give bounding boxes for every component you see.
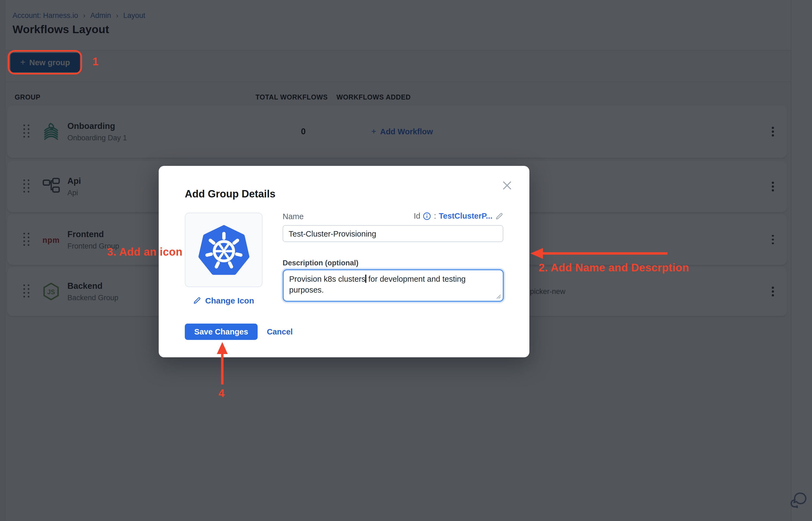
description-textarea[interactable]: Provision k8s clusters for development a… <box>283 269 504 302</box>
id-separator: : <box>434 211 436 220</box>
info-icon[interactable] <box>423 212 431 220</box>
name-field-label: Name <box>283 212 304 221</box>
cancel-button[interactable]: Cancel <box>267 323 293 340</box>
annotation-step3: 3. Add an icon <box>107 246 183 258</box>
annotation-step1: 1 <box>92 55 99 68</box>
resize-handle-icon[interactable] <box>496 294 501 299</box>
name-input[interactable] <box>283 225 503 242</box>
annotation-step4: 4 <box>218 387 225 400</box>
close-icon[interactable] <box>501 179 513 191</box>
id-value-link[interactable]: TestClusterP... <box>439 211 493 220</box>
pencil-icon <box>193 296 201 304</box>
modal-title: Add Group Details <box>185 188 276 200</box>
id-label: Id <box>414 211 421 220</box>
edit-id-pencil-icon[interactable] <box>495 212 503 220</box>
kubernetes-icon <box>198 224 249 275</box>
annotation-highlight-new-group <box>8 50 82 74</box>
add-group-details-modal: Add Group Details <box>159 166 529 357</box>
description-field-label: Description (optional) <box>283 259 358 267</box>
group-icon-preview[interactable] <box>185 213 263 287</box>
change-icon-button[interactable]: Change Icon <box>185 296 263 305</box>
save-changes-button[interactable]: Save Changes <box>185 323 258 340</box>
annotation-step2: 2. Add Name and Descrption <box>539 262 689 274</box>
chat-widget-icon[interactable] <box>789 491 808 509</box>
description-text: Provision k8s clusters <box>289 275 365 284</box>
change-icon-label: Change Icon <box>205 296 254 305</box>
entity-id-row: Id : TestClusterP... <box>414 211 503 220</box>
